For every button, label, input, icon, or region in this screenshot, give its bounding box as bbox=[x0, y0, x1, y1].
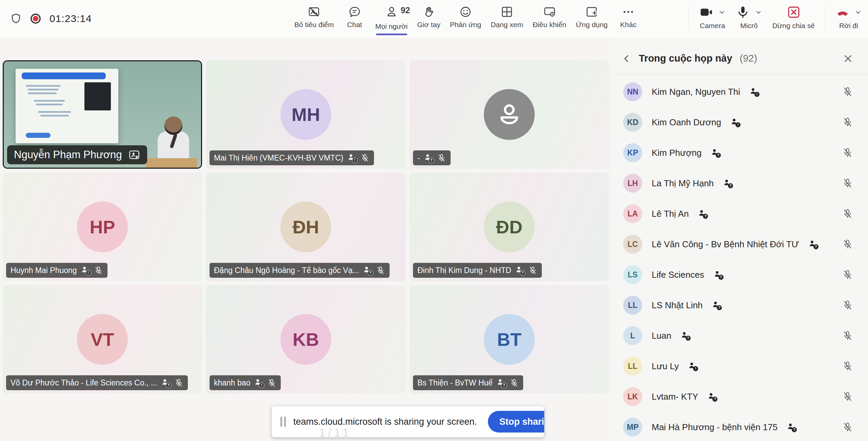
meeting-toolbar: 01:23:14 Bỏ tiêu điểm Chat 92 Mọi người bbox=[0, 0, 868, 39]
toolbar-item-control[interactable]: Điều khiển bbox=[533, 5, 566, 29]
video-tile-mai-thi-hien[interactable]: MH Mai Thị Hiên (VMEC-KVH-BV VMTC) ! bbox=[206, 60, 406, 169]
mic-off-icon bbox=[174, 378, 183, 387]
stop-sharing-button[interactable]: Stop sharing bbox=[488, 411, 545, 433]
stop-share-icon bbox=[787, 5, 801, 19]
mic-off-icon bbox=[94, 266, 103, 275]
chevron-down-icon[interactable] bbox=[755, 8, 762, 16]
avatar: KD bbox=[623, 113, 642, 132]
active-tab-underline bbox=[376, 34, 407, 35]
participant-row[interactable]: L Luan ? bbox=[612, 320, 868, 351]
attendee-badge-icon: ? bbox=[515, 266, 524, 275]
participant-row[interactable]: LS Life Sciences ? bbox=[612, 259, 868, 290]
stop-share-label: Dừng chia sẻ bbox=[772, 22, 815, 30]
participant-name: La Thị Mỹ Hạnh bbox=[652, 178, 714, 189]
participant-name: Huynh Mai Phuong bbox=[11, 266, 77, 275]
participant-row[interactable]: KD Kim Oanh Dương ! bbox=[612, 107, 868, 138]
toolbar-item-people[interactable]: 92 Mọi người bbox=[375, 5, 408, 35]
participant-row[interactable]: LC Lê Văn Công - Bv Bệnh Nhiệt Đới TƯ ? bbox=[612, 229, 868, 259]
participant-list: NN Kim Ngan, Nguyen Thi ! KD Kim Oanh Dư… bbox=[612, 77, 868, 441]
divider bbox=[689, 6, 689, 30]
participant-name: Mai Hà Phương - bệnh viện 175 bbox=[652, 422, 777, 433]
avatar: KP bbox=[623, 143, 642, 162]
chevron-down-icon[interactable] bbox=[718, 8, 726, 16]
participant-count-badge: 92 bbox=[401, 5, 410, 15]
avatar: LK bbox=[623, 387, 642, 406]
participant-row[interactable]: NN Kim Ngan, Nguyen Thi ! bbox=[612, 77, 868, 107]
video-tile-khanh-bao[interactable]: KB khanh bao ! bbox=[206, 285, 406, 394]
name-pill: Võ Dư Phước Thảo - Life Sciences Co., ..… bbox=[6, 375, 188, 390]
attendee-badge-icon: ? bbox=[698, 209, 707, 218]
chat-icon bbox=[348, 5, 361, 18]
camera-button[interactable]: Camera bbox=[699, 5, 726, 30]
participant-name: Luan bbox=[652, 331, 671, 341]
toolbar-right: Camera Micrô Dừng chia sẻ bbox=[689, 5, 862, 30]
video-tile-bs-thien[interactable]: BT Bs Thiện - BvTW Huế ? bbox=[410, 285, 609, 394]
avatar: LH bbox=[623, 174, 642, 193]
video-tile-dang-chau-ngo-hoang[interactable]: ĐH Đặng Châu Ngô Hoàng - Tế bào gốc Vạ..… bbox=[206, 173, 406, 281]
toolbar-item-view[interactable]: Dạng xem bbox=[491, 5, 523, 29]
leave-button[interactable]: Rời đi bbox=[835, 5, 862, 30]
back-chevron-icon[interactable] bbox=[622, 54, 631, 63]
toolbar-item-apps[interactable]: Ứng dụng bbox=[576, 5, 608, 29]
security-shield-icon bbox=[10, 12, 22, 25]
avatar: MH bbox=[280, 89, 331, 140]
participant-name: - bbox=[417, 153, 420, 163]
avatar: KB bbox=[280, 314, 331, 365]
grid-view-icon bbox=[500, 5, 513, 18]
toolbar-label: Giơ tay bbox=[417, 21, 440, 29]
mic-off-icon bbox=[842, 361, 853, 372]
mic-button[interactable]: Micrô bbox=[736, 5, 762, 30]
close-icon[interactable] bbox=[843, 54, 853, 64]
name-pill: Đinh Thị Kim Dung - NHTD ? bbox=[413, 263, 542, 278]
participant-row[interactable]: MP Mai Hà Phương - bệnh viện 175 ? bbox=[612, 412, 868, 441]
attendee-badge-icon: ! bbox=[348, 153, 356, 162]
video-tile-anonymous[interactable]: - ? bbox=[410, 60, 609, 169]
avatar: LS bbox=[623, 265, 642, 284]
toolbar-label: Mọi người bbox=[375, 22, 408, 30]
attendee-badge-icon: ? bbox=[787, 423, 796, 432]
toolbar-item-remove-spotlight[interactable]: Bỏ tiêu điểm bbox=[294, 5, 334, 29]
chevron-down-icon[interactable] bbox=[854, 8, 862, 16]
mic-off-icon bbox=[510, 378, 519, 387]
mic-off-icon bbox=[842, 208, 853, 219]
participant-row[interactable]: LL LS Nhật Linh ? bbox=[612, 290, 868, 320]
participant-name: LS Nhật Linh bbox=[652, 300, 703, 311]
avatar: L bbox=[623, 326, 642, 345]
attendee-badge-icon: ! bbox=[750, 87, 758, 96]
meeting-timer: 01:23:14 bbox=[50, 13, 92, 24]
avatar: ĐH bbox=[280, 202, 331, 252]
toolbar-item-more[interactable]: Khác bbox=[617, 5, 639, 29]
mic-off-icon bbox=[437, 153, 446, 163]
participant-row[interactable]: KP Kim Phượng ? bbox=[612, 138, 868, 168]
recording-indicator-icon bbox=[31, 14, 41, 24]
mic-off-icon bbox=[842, 147, 853, 158]
pause-bars-icon bbox=[280, 417, 286, 427]
video-tile-huynh-mai-phuong[interactable]: HP Huynh Mai Phuong ! bbox=[3, 173, 202, 281]
video-tile-dinh-thi-kim-dung[interactable]: ĐD Đinh Thị Kim Dung - NHTD ? bbox=[410, 173, 609, 281]
toolbar-item-reactions[interactable]: Phản ứng bbox=[450, 5, 481, 29]
participant-name: Kim Phượng bbox=[652, 148, 702, 158]
participant-name: Lưu Ly bbox=[652, 361, 679, 372]
mic-off-icon bbox=[842, 117, 853, 128]
toolbar-label: Dạng xem bbox=[491, 21, 523, 29]
raise-hand-icon bbox=[422, 5, 435, 18]
participant-row[interactable]: LK Lvtam- KTY ? bbox=[612, 381, 868, 412]
mic-off-icon bbox=[842, 86, 853, 97]
stop-share-button[interactable]: Dừng chia sẻ bbox=[772, 5, 815, 30]
participant-row[interactable]: LA Lê Thị An ? bbox=[612, 198, 868, 229]
participant-name: Lvtam- KTY bbox=[652, 392, 698, 402]
participant-row[interactable]: LH La Thị Mỹ Hạnh ? bbox=[612, 168, 868, 198]
participant-row[interactable]: LL Lưu Ly ! bbox=[612, 351, 868, 381]
participant-name: Võ Dư Phước Thảo - Life Sciences Co., ..… bbox=[11, 378, 157, 387]
spotlight-icon bbox=[128, 149, 140, 161]
video-grid: Nguyễn Phạm Phương MH Mai Thị Hiên (VMEC… bbox=[3, 60, 609, 394]
mic-off-icon bbox=[376, 266, 385, 275]
video-tile-nguyen-pham-phuong[interactable]: Nguyễn Phạm Phương bbox=[3, 60, 202, 169]
toolbar-item-chat[interactable]: Chat bbox=[343, 5, 366, 29]
video-tile-vo-du-phuoc-thao[interactable]: VT Võ Dư Phước Thảo - Life Sciences Co.,… bbox=[3, 285, 202, 394]
attendee-badge-icon: ? bbox=[711, 148, 720, 157]
participant-name: Kim Oanh Dương bbox=[652, 117, 721, 128]
divider bbox=[825, 6, 825, 30]
name-pill: Mai Thị Hiên (VMEC-KVH-BV VMTC) ! bbox=[210, 150, 374, 165]
toolbar-item-raise-hand[interactable]: Giơ tay bbox=[417, 5, 440, 29]
